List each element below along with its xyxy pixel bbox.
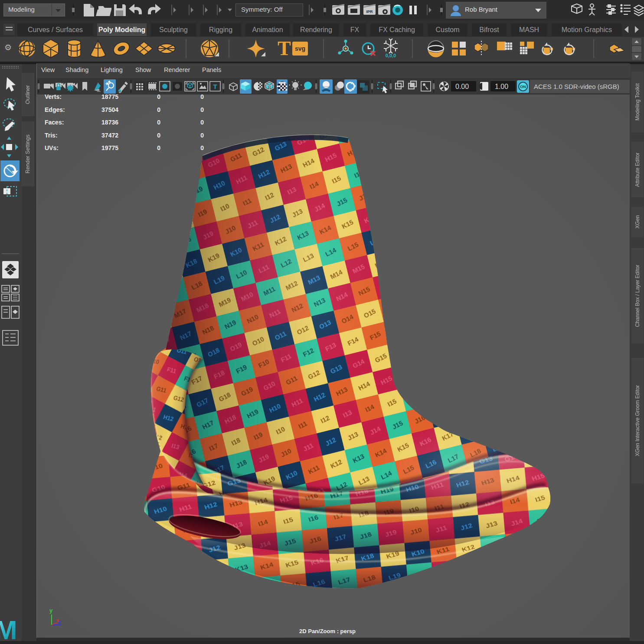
svg-text:IPR: IPR [366,10,373,14]
svg-text:T: T [278,37,291,59]
svg-text:y: y [49,607,53,614]
svg-text:x: x [56,618,59,623]
svg-text:0,0,0: 0,0,0 [386,53,396,58]
svg-text:svg: svg [295,45,305,52]
svg-text:T: T [213,83,217,90]
svg-text:M: M [0,617,17,643]
svg-text:ACES 1.0 SDR-video (sRGB): ACES 1.0 SDR-video (sRGB) [534,83,619,90]
svg-text:ON: ON [520,85,526,89]
svg-text:1.00: 1.00 [495,83,508,90]
svg-text:0.00: 0.00 [455,83,469,90]
